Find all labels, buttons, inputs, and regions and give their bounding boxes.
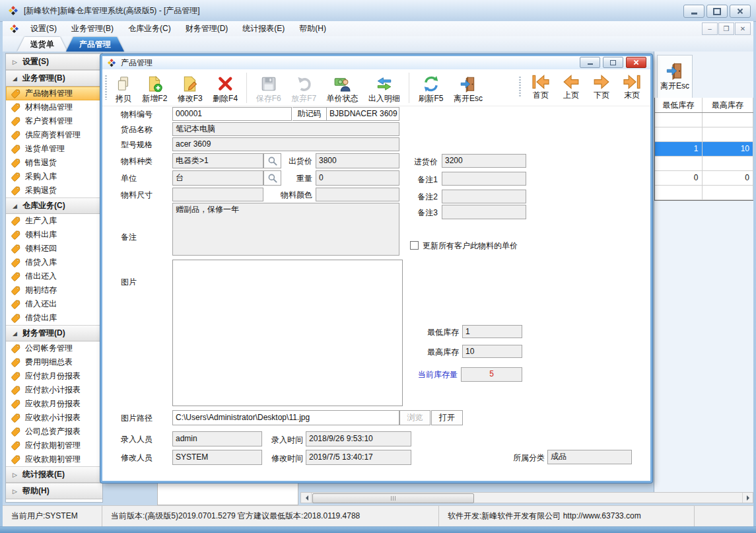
table-row[interactable] bbox=[655, 113, 753, 127]
open-button[interactable]: 打开 bbox=[431, 410, 463, 425]
delete-f4-button[interactable]: 删除F4 bbox=[209, 71, 241, 104]
material-size-field[interactable] bbox=[172, 188, 263, 201]
unit-field[interactable]: 台 bbox=[172, 170, 263, 186]
update-price-checkbox[interactable] bbox=[410, 241, 419, 250]
mdi-restore-button[interactable]: ❐ bbox=[718, 22, 734, 35]
maximize-button[interactable] bbox=[706, 5, 728, 18]
picture-path-field[interactable]: C:\Users\Administrator\Desktop\11.jpg bbox=[172, 410, 399, 425]
sidebar-item[interactable]: 费用明细总表 bbox=[6, 355, 102, 369]
sidebar-item[interactable]: 材料物品管理 bbox=[6, 100, 102, 114]
sidebar-item[interactable]: 借入还出 bbox=[6, 297, 102, 311]
menu-item[interactable]: 仓库业务(C) bbox=[121, 21, 178, 36]
sidebar-item[interactable]: 供应商资料管理 bbox=[6, 128, 102, 142]
sidebar-section-header[interactable]: ◢ 财务管理(D) bbox=[6, 325, 102, 341]
sidebar-item[interactable]: 生产入库 bbox=[6, 214, 102, 228]
scroll-right-arrow[interactable] bbox=[742, 493, 753, 503]
menu-item[interactable]: 统计报表(E) bbox=[235, 21, 292, 36]
next-page-button[interactable]: 下页 bbox=[586, 74, 617, 101]
sidebar-section-header[interactable]: ▷ 设置(S) bbox=[6, 53, 102, 70]
scroll-left-arrow[interactable] bbox=[301, 493, 312, 503]
sidebar-item[interactable]: 应付款小计报表 bbox=[6, 383, 102, 397]
browse-button[interactable]: 浏览 bbox=[399, 410, 430, 425]
refresh-f5-button[interactable]: 刷新F5 bbox=[415, 71, 447, 104]
sidebar-item[interactable]: 公司总资产报表 bbox=[6, 425, 102, 439]
last-page-button[interactable]: 末页 bbox=[617, 74, 647, 101]
dialog-minimize-button[interactable] bbox=[580, 57, 600, 68]
sidebar-section-header[interactable]: ◢ 仓库业务(C) bbox=[6, 197, 102, 214]
discard-f7-button[interactable]: 放弃F7 bbox=[288, 71, 320, 104]
sidebar-item[interactable]: 应收款月份报表 bbox=[6, 397, 102, 411]
scrollbar-thumb[interactable] bbox=[312, 493, 474, 503]
new-f2-button[interactable]: 新增F2 bbox=[139, 71, 170, 104]
tab-product-management[interactable]: 产品管理 bbox=[66, 37, 124, 52]
save-f6-button[interactable]: 保存F6 bbox=[253, 71, 285, 104]
sidebar-item[interactable]: 产品物料管理 bbox=[6, 87, 102, 100]
sidebar-section-header[interactable]: ◢ 业务管理(B) bbox=[6, 70, 102, 87]
table-row[interactable] bbox=[655, 157, 753, 171]
price-status-button[interactable]: 单价状态 bbox=[323, 71, 361, 104]
weight-field[interactable]: 0 bbox=[316, 170, 399, 186]
sidebar-item-label: 应收款小计报表 bbox=[25, 412, 81, 423]
sidebar-item[interactable]: 客户资料管理 bbox=[6, 114, 102, 128]
close-button[interactable] bbox=[730, 5, 751, 18]
dialog-title: 产品管理 bbox=[121, 57, 153, 69]
note3-field[interactable] bbox=[442, 205, 526, 219]
table-row[interactable]: 1 10 bbox=[655, 142, 753, 157]
in-out-detail-button[interactable]: 出入明细 bbox=[365, 71, 403, 104]
sidebar-item[interactable]: 送货单管理 bbox=[6, 142, 102, 156]
sidebar-item[interactable]: 公司帐务管理 bbox=[6, 341, 102, 355]
max-stock-field[interactable]: 10 bbox=[462, 345, 522, 358]
material-color-field[interactable] bbox=[316, 188, 399, 201]
material-no-field[interactable]: 000001 bbox=[172, 107, 292, 121]
exit-esc-button[interactable]: 离开Esc bbox=[657, 55, 693, 98]
sidebar-item[interactable]: 期初结存 bbox=[6, 283, 102, 297]
edit-f3-button[interactable]: 修改F3 bbox=[174, 71, 206, 104]
prev-page-button[interactable]: 上页 bbox=[556, 74, 586, 101]
table-row[interactable] bbox=[655, 186, 753, 200]
note1-field[interactable] bbox=[442, 172, 526, 186]
modify-user-field[interactable]: SYSTEM bbox=[172, 450, 262, 465]
copy-button[interactable]: 拷贝 bbox=[112, 71, 135, 104]
entry-user-field[interactable]: admin bbox=[172, 431, 262, 446]
mnemonic-field[interactable]: BJBDNACER 3609 bbox=[327, 107, 399, 121]
min-stock-field[interactable]: 1 bbox=[462, 325, 522, 338]
sidebar-item[interactable]: 借贷入库 bbox=[6, 256, 102, 269]
first-page-button[interactable]: 首页 bbox=[526, 74, 556, 101]
menu-item[interactable]: 设置(S) bbox=[23, 21, 64, 36]
remark-textarea[interactable]: 赠副品，保修一年 bbox=[172, 203, 399, 256]
horizontal-scrollbar[interactable] bbox=[300, 492, 753, 503]
sidebar-item[interactable]: 借出还入 bbox=[6, 269, 102, 283]
sidebar-item[interactable]: 领料出库 bbox=[6, 228, 102, 242]
material-type-field[interactable]: 电器类>1 bbox=[172, 153, 263, 168]
picture-box[interactable] bbox=[172, 260, 403, 406]
purchase-price-field[interactable]: 3200 bbox=[442, 154, 526, 168]
sidebar-item[interactable]: 销售退货 bbox=[6, 156, 102, 170]
tab-delivery-note[interactable]: 送货单 bbox=[17, 37, 67, 52]
dialog-maximize-button[interactable] bbox=[603, 57, 623, 68]
sidebar-section-header[interactable]: ▷ 帮助(H) bbox=[6, 483, 102, 499]
sidebar-section-header[interactable]: ▷ 统计报表(E) bbox=[6, 466, 102, 483]
dialog-close-button[interactable] bbox=[626, 57, 646, 68]
model-spec-field[interactable]: acer 3609 bbox=[172, 137, 399, 151]
leave-esc-button[interactable]: 离开Esc bbox=[450, 71, 486, 104]
sidebar-item[interactable]: 借贷出库 bbox=[6, 311, 102, 325]
mdi-minimize-button[interactable]: – bbox=[702, 22, 718, 35]
sidebar-item[interactable]: 应收款期初管理 bbox=[6, 452, 102, 466]
sidebar-item[interactable]: 应付款月份报表 bbox=[6, 369, 102, 383]
table-row[interactable]: 0 0 bbox=[655, 171, 753, 186]
product-name-field[interactable]: 笔记本电脑 bbox=[172, 122, 399, 136]
table-row[interactable] bbox=[655, 127, 753, 142]
mdi-close-button[interactable]: ✕ bbox=[735, 22, 751, 35]
sidebar-item[interactable]: 采购退货 bbox=[6, 184, 102, 197]
sell-price-field[interactable]: 3800 bbox=[316, 153, 399, 168]
note2-field[interactable] bbox=[442, 190, 526, 203]
category-field[interactable]: 成品 bbox=[547, 450, 632, 464]
minimize-button[interactable] bbox=[683, 5, 704, 18]
menu-item[interactable]: 帮助(H) bbox=[292, 21, 333, 36]
menu-item[interactable]: 业务管理(B) bbox=[64, 21, 121, 36]
sidebar-item[interactable]: 领料还回 bbox=[6, 242, 102, 256]
sidebar-item[interactable]: 采购入库 bbox=[6, 170, 102, 184]
sidebar-item[interactable]: 应付款期初管理 bbox=[6, 439, 102, 452]
sidebar-item[interactable]: 应收款小计报表 bbox=[6, 411, 102, 425]
menu-item[interactable]: 财务管理(D) bbox=[178, 21, 236, 36]
